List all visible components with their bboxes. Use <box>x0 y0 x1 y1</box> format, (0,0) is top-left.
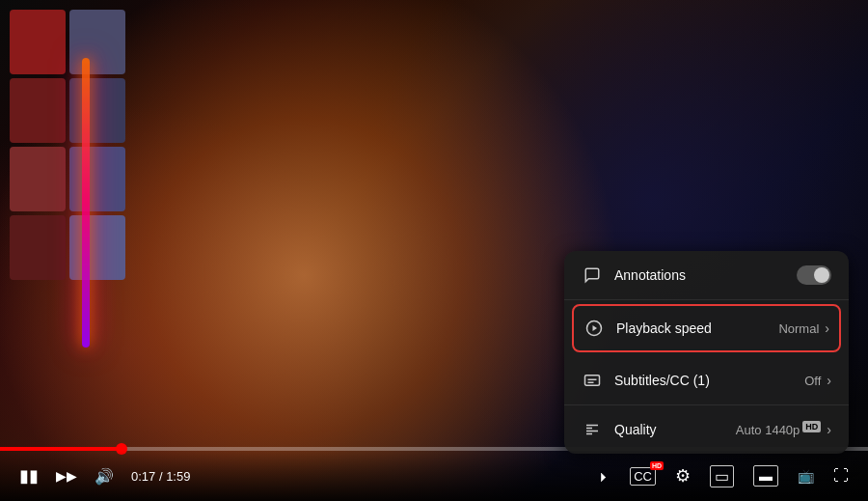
settings-button[interactable]: ⚙ <box>671 461 694 490</box>
quality-chevron-icon: › <box>827 422 831 437</box>
hd-badge-captions: HD <box>650 461 664 470</box>
pause-icon: ▮▮ <box>19 465 39 487</box>
playback-speed-value: Normal <box>778 321 819 336</box>
quality-value: Auto 1440pHD <box>736 422 822 437</box>
miniplayer-button[interactable]: ▭ <box>706 461 738 491</box>
next-icon: ▶▶ <box>56 468 77 484</box>
controls-bar: ▮▮ ▶▶ 🔊 0:17 / 1:59 ⏵ CC HD ⚙ <box>0 451 868 501</box>
subtitles-menu-item[interactable]: Subtitles/CC (1) Off › <box>564 356 849 405</box>
cast-button[interactable]: 📺 <box>794 464 818 487</box>
autoplay-toggle[interactable]: ⏵ <box>594 465 614 487</box>
annotations-label: Annotations <box>614 267 797 283</box>
cast-icon: 📺 <box>798 468 814 484</box>
playback-speed-label: Playback speed <box>616 320 778 336</box>
fullscreen-button[interactable]: ⛶ <box>829 463 853 488</box>
playback-speed-menu-item[interactable]: Playback speed Normal › <box>572 304 841 352</box>
subtitles-chevron-icon: › <box>827 373 831 388</box>
subtitles-value: Off <box>804 374 821 388</box>
svg-marker-1 <box>593 325 598 331</box>
playback-speed-icon <box>583 318 605 339</box>
settings-menu: Annotations Playback speed Normal › <box>564 251 849 454</box>
video-player: Annotations Playback speed Normal › <box>0 0 868 501</box>
settings-gear-icon: ⚙ <box>675 465 691 487</box>
subtitles-label: Subtitles/CC (1) <box>614 373 804 388</box>
autoplay-icon: ⏵ <box>598 469 610 484</box>
volume-button[interactable]: 🔊 <box>91 463 118 489</box>
play-pause-button[interactable]: ▮▮ <box>15 461 42 490</box>
fullscreen-icon: ⛶ <box>833 467 849 485</box>
next-button[interactable]: ▶▶ <box>52 464 81 487</box>
quality-menu-item[interactable]: Quality Auto 1440pHD › <box>564 405 849 454</box>
quality-label: Quality <box>614 422 736 437</box>
time-display: 0:17 / 1:59 <box>131 469 190 484</box>
annotations-icon <box>582 264 603 286</box>
theater-icon: ▬ <box>753 465 778 487</box>
captions-button[interactable]: CC HD <box>626 463 660 489</box>
subtitles-icon <box>582 370 603 391</box>
hd-badge: HD <box>802 421 821 432</box>
volume-icon: 🔊 <box>95 467 114 486</box>
theater-mode-button[interactable]: ▬ <box>749 461 782 490</box>
controls-right-group: ⏵ CC HD ⚙ ▭ ▬ 📺 <box>594 461 853 491</box>
annotations-toggle[interactable] <box>797 265 831 285</box>
quality-icon <box>582 419 603 440</box>
playback-speed-chevron-icon: › <box>825 320 829 336</box>
acoustic-panels-decoration <box>0 0 135 290</box>
annotations-menu-item[interactable]: Annotations <box>564 251 849 300</box>
miniplayer-icon: ▭ <box>710 465 734 487</box>
neon-light-decoration <box>82 58 90 348</box>
